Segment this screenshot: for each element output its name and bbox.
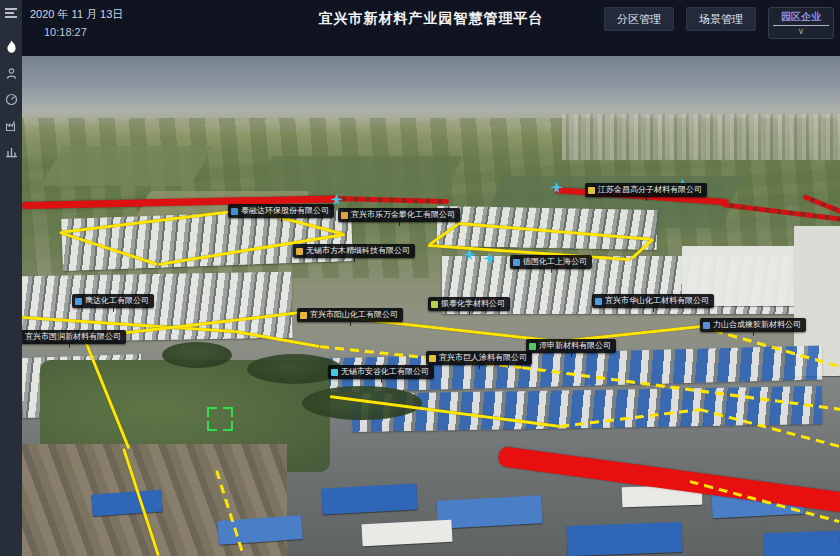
company-marker-icon xyxy=(429,355,436,362)
company-label[interactable]: 德国化工上海公司 xyxy=(510,255,592,269)
sidebar-item-monitoring[interactable] xyxy=(0,86,22,112)
bracket-corner xyxy=(223,407,233,417)
white-warehouse xyxy=(361,520,452,547)
company-marker-icon xyxy=(75,298,82,305)
company-label-text: 宜兴市阳山化工有限公司 xyxy=(310,310,398,320)
field-patch xyxy=(40,146,213,186)
company-label-text: 江苏金昌高分子材料有限公司 xyxy=(598,185,702,195)
company-label-text: 宜兴市乐万金攀化工有限公司 xyxy=(351,210,455,220)
company-marker-icon xyxy=(331,369,338,376)
sidebar-item-statistics[interactable] xyxy=(0,138,22,164)
enterprise-dropdown-label: 园区企业 xyxy=(781,8,821,25)
company-label[interactable]: 振泰化学材料公司 xyxy=(428,297,510,311)
enterprise-dropdown[interactable]: 园区企业 ∨ xyxy=(768,7,834,39)
company-marker-icon xyxy=(231,208,238,215)
blue-roof-warehouse xyxy=(436,495,542,528)
app-window: 2020 年 11 月 13日 10:18:27 宜兴市新材料产业园智慧管理平台… xyxy=(0,0,840,556)
selection-bracket xyxy=(207,407,233,431)
company-label[interactable]: 江苏金昌高分子材料有限公司 xyxy=(585,183,707,197)
bracket-corner xyxy=(223,421,233,431)
company-label[interactable]: 泰融达环保股份有限公司 xyxy=(228,204,334,218)
bar-chart-icon xyxy=(5,145,18,158)
company-label-text: 无锡市安谷化工有限公司 xyxy=(341,367,429,377)
gauge-icon xyxy=(5,93,18,106)
distant-town-strip xyxy=(562,114,840,160)
tree-cluster xyxy=(162,342,232,368)
company-label-text: 力山合成橡胶新材料公司 xyxy=(713,320,801,330)
factory-cluster xyxy=(437,206,658,250)
company-label[interactable]: 宜兴市阳山化工有限公司 xyxy=(297,308,403,322)
company-label[interactable]: 潭申新材料有限公司 xyxy=(526,339,616,353)
company-label-text: 鹰达化工有限公司 xyxy=(85,296,149,306)
company-marker-icon xyxy=(296,248,303,255)
scene-manage-button[interactable]: 场景管理 xyxy=(686,7,756,31)
company-label-text: 德国化工上海公司 xyxy=(523,257,587,267)
company-marker-icon xyxy=(703,322,710,329)
blue-roof-warehouse xyxy=(321,484,417,515)
flame-icon xyxy=(5,40,18,54)
company-label[interactable]: 宜兴市国润新材料有限公司 xyxy=(22,330,126,344)
company-label[interactable]: 宜兴市乐万金攀化工有限公司 xyxy=(338,208,460,222)
company-label[interactable]: 鹰达化工有限公司 xyxy=(72,294,154,308)
company-marker-icon xyxy=(529,343,536,350)
blue-roof-warehouse xyxy=(764,531,840,556)
company-label[interactable]: 无锡市方木精细科技有限公司 xyxy=(293,244,415,258)
sidebar-item-fire[interactable] xyxy=(0,34,22,60)
company-label[interactable]: 宜兴市华山化工材料有限公司 xyxy=(592,294,714,308)
company-marker-icon xyxy=(595,298,602,305)
header-actions: 分区管理 场景管理 园区企业 ∨ xyxy=(604,7,834,39)
bracket-corner xyxy=(207,407,217,417)
company-label-text: 宜兴市巨人涂料有限公司 xyxy=(439,353,527,363)
company-label[interactable]: 无锡市安谷化工有限公司 xyxy=(328,365,434,379)
sidebar-item-personnel[interactable] xyxy=(0,60,22,86)
company-marker-icon xyxy=(588,187,595,194)
company-marker-icon xyxy=(341,212,348,219)
blue-roof-warehouse xyxy=(567,522,683,556)
company-marker-icon xyxy=(431,301,438,308)
person-icon xyxy=(5,67,18,80)
map-3d-view[interactable]: 泰融达环保股份有限公司 宜兴市乐万金攀化工有限公司 江苏金昌高分子材料有限公司 … xyxy=(22,56,840,556)
left-sidebar xyxy=(0,0,22,556)
hamburger-menu-button[interactable] xyxy=(0,0,22,26)
sidebar-item-enterprises[interactable] xyxy=(0,112,22,138)
company-marker-icon xyxy=(300,312,307,319)
company-label-text: 泰融达环保股份有限公司 xyxy=(241,206,329,216)
company-label-text: 宜兴市华山化工材料有限公司 xyxy=(605,296,709,306)
top-header: 2020 年 11 月 13日 10:18:27 宜兴市新材料产业园智慧管理平台… xyxy=(22,0,840,56)
company-label[interactable]: 宜兴市巨人涂料有限公司 xyxy=(426,351,532,365)
company-marker-icon xyxy=(513,259,520,266)
company-label-text: 无锡市方木精细科技有限公司 xyxy=(306,246,410,256)
company-label-text: 潭申新材料有限公司 xyxy=(539,341,611,351)
tree-cluster xyxy=(302,386,422,420)
company-label-text: 振泰化学材料公司 xyxy=(441,299,505,309)
factory-icon xyxy=(5,119,18,132)
hamburger-icon xyxy=(4,7,18,19)
partition-manage-button[interactable]: 分区管理 xyxy=(604,7,674,31)
company-label[interactable]: 力山合成橡胶新材料公司 xyxy=(700,318,806,332)
company-label-text: 宜兴市国润新材料有限公司 xyxy=(25,332,121,342)
chevron-down-icon: ∨ xyxy=(798,26,805,38)
bracket-corner xyxy=(207,421,217,431)
